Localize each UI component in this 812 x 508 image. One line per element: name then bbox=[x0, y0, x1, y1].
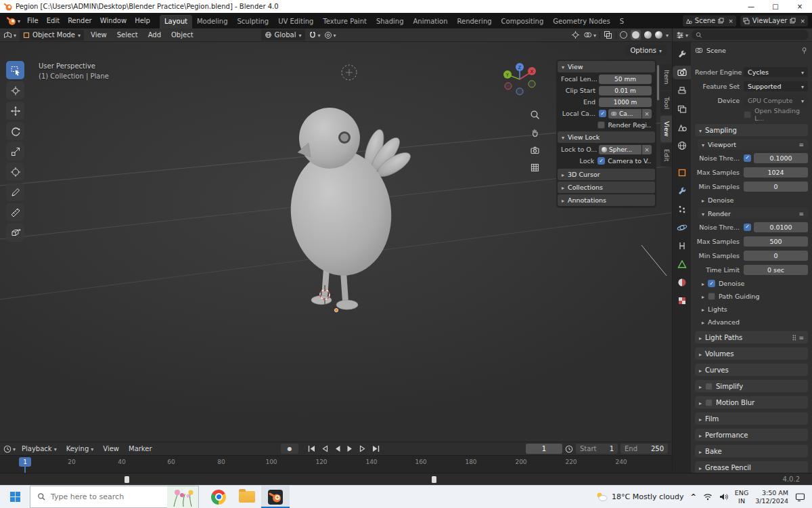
collections-panel-header[interactable]: Collections bbox=[558, 182, 655, 193]
bake-section-header[interactable]: Bake bbox=[695, 445, 808, 457]
play-button[interactable] bbox=[344, 444, 356, 454]
motion-blur-section-header[interactable]: Motion Blur bbox=[695, 396, 808, 408]
menu-window[interactable]: Window bbox=[96, 16, 131, 26]
view-panel-header[interactable]: View bbox=[558, 61, 655, 72]
workspace-tab-compositing[interactable]: Compositing bbox=[497, 15, 549, 28]
wifi-icon[interactable] bbox=[703, 493, 713, 501]
toggle-ortho-icon[interactable] bbox=[530, 163, 541, 173]
menu-render[interactable]: Render bbox=[64, 16, 96, 26]
unlink-scene-icon[interactable] bbox=[727, 18, 734, 24]
sampling-section-header[interactable]: Sampling bbox=[695, 124, 808, 136]
workspace-tab-sculpting[interactable]: Sculpting bbox=[232, 15, 273, 28]
viewport-max-samples-field[interactable]: 1024 bbox=[744, 167, 808, 177]
film-section-header[interactable]: Film bbox=[695, 412, 808, 425]
previous-keyframe-button[interactable] bbox=[319, 444, 330, 454]
scene-selector[interactable]: Scene bbox=[683, 16, 736, 26]
tab-object-icon[interactable] bbox=[673, 166, 691, 179]
workspace-tab-animation[interactable]: Animation bbox=[409, 15, 453, 28]
curves-section-header[interactable]: Curves bbox=[695, 364, 808, 376]
viewport-subsection-header[interactable]: Viewport bbox=[698, 139, 808, 150]
lock-to-object-field[interactable]: Spher... bbox=[599, 145, 641, 154]
simplify-checkbox[interactable] bbox=[705, 383, 713, 390]
playback-menu[interactable]: Playback bbox=[18, 444, 60, 453]
workspace-tab-rendering[interactable]: Rendering bbox=[453, 15, 497, 28]
viewport-noise-checkbox[interactable] bbox=[744, 154, 751, 162]
light-paths-section-header[interactable]: Light Paths bbox=[695, 331, 808, 343]
maximize-button[interactable]: □ bbox=[763, 0, 788, 13]
jump-to-end-button[interactable] bbox=[370, 444, 382, 454]
taskbar-clock[interactable]: 3:50 AM 3/12/2024 bbox=[755, 489, 788, 505]
tab-tool-icon[interactable] bbox=[673, 47, 691, 61]
tool-scale[interactable] bbox=[6, 142, 24, 161]
tray-expand-icon[interactable]: ^ bbox=[690, 493, 696, 501]
zoom-icon[interactable] bbox=[530, 110, 541, 121]
action-center-icon[interactable] bbox=[795, 492, 805, 502]
render-subsection-header[interactable]: Render bbox=[698, 208, 808, 219]
tab-scene-icon[interactable] bbox=[673, 121, 691, 134]
volume-icon[interactable] bbox=[719, 493, 728, 501]
options-dropdown[interactable]: Options bbox=[625, 45, 667, 56]
next-keyframe-button[interactable] bbox=[357, 444, 369, 454]
editor-type-timeline-icon[interactable] bbox=[3, 445, 16, 453]
taskbar-search[interactable] bbox=[30, 486, 199, 508]
shading-material-icon[interactable] bbox=[644, 31, 652, 39]
tool-cursor[interactable] bbox=[6, 81, 24, 100]
workspace-tab-modeling[interactable]: Modeling bbox=[192, 15, 233, 28]
advanced-panel[interactable]: Advanced bbox=[702, 317, 808, 327]
workspace-tab-scripting[interactable]: S bbox=[615, 15, 629, 28]
workspace-tab-texture-paint[interactable]: Texture Paint bbox=[318, 15, 371, 28]
new-scene-icon[interactable] bbox=[718, 18, 724, 24]
timeline-ruler[interactable]: 20 40 60 80 100 120 140 160 180 200 220 … bbox=[0, 455, 672, 473]
clear-local-camera-icon[interactable] bbox=[642, 109, 652, 119]
tool-move[interactable] bbox=[6, 102, 24, 120]
grease-pencil-section-header[interactable]: Grease Pencil bbox=[695, 461, 808, 473]
auto-keying-button[interactable]: ● bbox=[281, 444, 298, 454]
menu-help[interactable]: Help bbox=[131, 16, 154, 26]
timeline-view-menu[interactable]: View bbox=[99, 444, 122, 453]
keying-menu[interactable]: Keying bbox=[63, 444, 97, 453]
volumes-section-header[interactable]: Volumes bbox=[695, 347, 808, 360]
tab-material-icon[interactable] bbox=[673, 276, 691, 289]
blender-logo-icon[interactable] bbox=[4, 16, 23, 26]
viewlayer-selector[interactable]: ViewLayer bbox=[740, 16, 808, 26]
pan-hand-icon[interactable] bbox=[530, 127, 541, 138]
render-region-checkbox[interactable] bbox=[597, 121, 605, 129]
show-overlays-icon[interactable] bbox=[583, 30, 596, 39]
render-denoise-panel[interactable]: Denoise bbox=[702, 278, 808, 289]
render-noise-field[interactable]: 0.0100 bbox=[754, 222, 808, 232]
start-frame-field[interactable]: Start1 bbox=[576, 444, 618, 454]
playhead-marker[interactable]: 1 bbox=[19, 457, 31, 467]
new-viewlayer-icon[interactable] bbox=[790, 18, 796, 24]
pin-icon[interactable] bbox=[800, 47, 808, 54]
viewport-menu-select[interactable]: Select bbox=[114, 30, 141, 39]
drag-grip-icon[interactable] bbox=[792, 335, 796, 341]
lights-panel[interactable]: Lights bbox=[702, 304, 808, 314]
shading-wireframe-icon[interactable] bbox=[620, 31, 627, 39]
minimize-button[interactable]: — bbox=[739, 0, 763, 13]
search-input[interactable] bbox=[51, 492, 162, 501]
shading-solid-active[interactable] bbox=[631, 30, 641, 40]
performance-section-header[interactable]: Performance bbox=[695, 429, 808, 441]
render-noise-checkbox[interactable] bbox=[744, 224, 751, 231]
end-frame-field[interactable]: End250 bbox=[621, 444, 668, 454]
tab-view-layer-icon[interactable] bbox=[673, 102, 691, 116]
render-engine-dropdown[interactable]: Cycles bbox=[744, 67, 808, 77]
cursor-panel-header[interactable]: 3D Cursor bbox=[558, 169, 655, 180]
local-camera-checkbox[interactable] bbox=[599, 110, 606, 117]
search-highlights-image[interactable] bbox=[167, 486, 198, 508]
motion-blur-checkbox[interactable] bbox=[705, 399, 713, 406]
camera-view-icon[interactable] bbox=[530, 145, 541, 156]
sidebar-tab-view[interactable]: View bbox=[660, 116, 672, 142]
current-frame-field[interactable]: 1 bbox=[526, 444, 562, 454]
tool-add-cube[interactable] bbox=[6, 224, 24, 242]
tab-particles-icon[interactable] bbox=[673, 203, 691, 216]
transform-orientation-dropdown[interactable]: Global bbox=[261, 30, 305, 41]
sidebar-tab-edit[interactable]: Edit bbox=[660, 144, 672, 167]
play-reverse-button[interactable] bbox=[332, 444, 343, 454]
path-guiding-panel[interactable]: Path Guiding bbox=[702, 291, 808, 301]
menu-file[interactable]: File bbox=[23, 16, 43, 26]
tab-physics-icon[interactable] bbox=[673, 221, 691, 234]
taskbar-chrome[interactable] bbox=[204, 486, 233, 508]
clear-lock-object-icon[interactable] bbox=[642, 145, 652, 154]
properties-search[interactable] bbox=[692, 30, 809, 40]
